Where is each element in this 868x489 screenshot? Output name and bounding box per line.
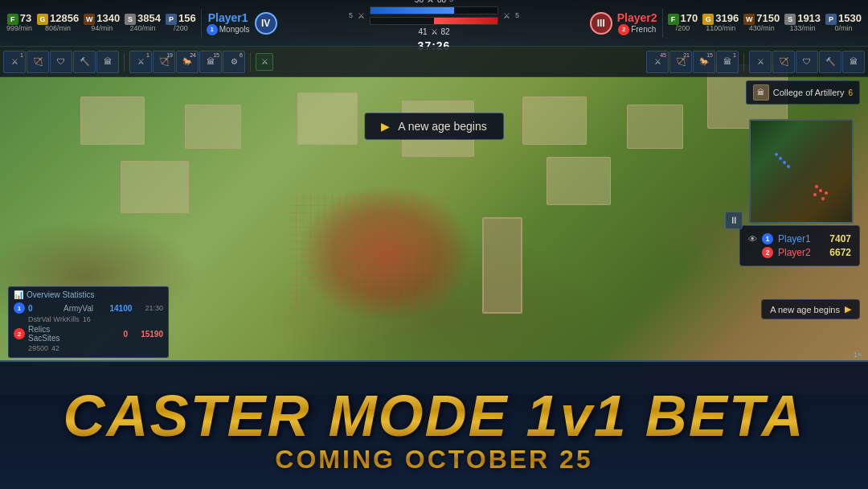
p2-hp-max: 82 <box>441 27 450 36</box>
p2-unit-btn-1[interactable]: ⚔45 <box>646 51 669 73</box>
p1-wood-value: 1340 <box>96 13 120 24</box>
stat-relics-label: RelicsSacSites <box>28 325 92 343</box>
p2-pop-rate: 0/min <box>835 25 853 33</box>
p1-hp-max: 88 <box>437 0 446 4</box>
minimap-p2-dot-3 <box>813 193 817 196</box>
p2-pop-group: P 1530 0/min <box>825 13 862 32</box>
building-2 <box>185 105 241 149</box>
score-p2-name: Player2 <box>778 247 825 258</box>
p1-special-btn[interactable]: ⚔ <box>256 53 273 71</box>
player2-hud: III Player2 2 French F 170 /200 G 3196 1… <box>583 0 868 46</box>
center-hud: 5 ⚔ 58 ⚔ 88 5 41 ⚔ 82 <box>349 0 519 47</box>
p2-action-btn-4[interactable]: 🔨 <box>819 51 841 73</box>
p1-action-btn-4[interactable]: 🔨 <box>73 51 96 73</box>
p2-civ-badge: 2 <box>618 24 629 35</box>
p2-stone-rate: 133/min <box>790 25 816 33</box>
p2-action-btn-2[interactable]: 🏹 <box>772 51 795 73</box>
p1-action-btn-2[interactable]: 🏹 <box>27 51 49 73</box>
p2-action-btn-3[interactable]: 🛡 <box>796 51 818 73</box>
p1-wood-rate: 94/min <box>91 25 113 33</box>
action-sep-1 <box>124 52 125 72</box>
stat-armyval-sub2: 16 <box>83 315 91 323</box>
notification-arrow-icon: ▶ <box>381 120 390 133</box>
troop-area <box>257 177 498 354</box>
p1-unit-btn-4[interactable]: 🏛15 <box>199 51 222 73</box>
eye-icon: 👁 <box>748 234 757 244</box>
p2-hp-num: 41 <box>418 27 427 36</box>
p2-food-rate: /200 <box>676 25 690 33</box>
p2-stone-group: S 1913 133/min <box>784 13 821 32</box>
building-name: College of Artillery <box>773 88 845 97</box>
p1-hp-bar <box>370 6 498 14</box>
p2-gold-group: G 3196 1100/min <box>702 13 739 32</box>
minimap-p1-dot-2 <box>779 157 782 160</box>
p2-food-value: 170 <box>681 13 698 24</box>
building-8 <box>121 161 189 213</box>
score-panel: 👁 1 Player1 7407 👁 2 Player2 6672 <box>739 225 860 266</box>
p2-identity: Player2 2 French <box>617 11 657 35</box>
age-notification-banner: ▶ A new age begins <box>364 113 504 140</box>
p2-wood-icon: W <box>743 14 755 25</box>
p1-hp-num: 58 <box>415 0 424 4</box>
p1-pop-group: P 156 /200 <box>166 13 196 32</box>
p2-pop-value: 1530 <box>838 13 862 24</box>
p1-unit-btn-2[interactable]: 🏹19 <box>153 51 175 73</box>
p1-pop-value: 156 <box>178 13 196 24</box>
overview-title: 📊 Overview Statistics <box>14 290 163 299</box>
p2-pop-icon: P <box>825 14 837 25</box>
p1-identity: Player1 1 Mongols <box>207 11 250 35</box>
p1-age-badge: IV <box>255 12 277 35</box>
hp-bars-row: 5 ⚔ 58 ⚔ 88 5 41 ⚔ 82 <box>349 0 519 36</box>
caster-title: CASTER MODE 1v1 BETA <box>0 387 868 445</box>
p1-stone-rate: 240/min <box>130 25 156 33</box>
stat-row-2b: 29500 42 <box>14 344 163 352</box>
age-notification-text: A new age begins <box>770 305 840 314</box>
p1-action-btn-3[interactable]: 🛡 <box>50 51 72 73</box>
p2-action-btn-1[interactable]: ⚔ <box>749 51 772 73</box>
p2-gold-icon: G <box>702 14 714 25</box>
pause-button[interactable]: ⏸ <box>725 212 743 229</box>
stat-v1-p1: 0 <box>28 304 60 313</box>
minimap-container: ⏸ 1× <box>753 351 862 360</box>
p2-stone-icon: S <box>784 14 796 25</box>
p1-unit-section: ⚔1 🏹19 🐎24 🏛15 ⚙6 <box>129 51 245 73</box>
stat-armyval-sub: 21:30 <box>145 304 163 312</box>
sword-icon-2: ⚔ <box>503 11 510 20</box>
p2-action-btn-5[interactable]: 🏛 <box>842 51 865 73</box>
p1-action-btn-5[interactable]: 🏛 <box>96 51 119 73</box>
minimap[interactable] <box>749 119 854 224</box>
p2-unit-btn-2[interactable]: 🏹21 <box>669 51 692 73</box>
p2-food-group: F 170 /200 <box>668 13 698 32</box>
p1-unit-btn-1[interactable]: ⚔1 <box>129 51 152 73</box>
building-count: 6 <box>848 88 853 97</box>
p2-unit-btn-4[interactable]: 🏛1 <box>716 51 739 73</box>
overview-stats: 📊 Overview Statistics 1 0 ArmyVal 14100 … <box>8 286 169 358</box>
building-3 <box>297 92 358 145</box>
p1-unit-btn-3[interactable]: 🐎24 <box>176 51 199 73</box>
building-icon: 🏛 <box>753 84 769 101</box>
p1-hp-fill <box>371 7 454 14</box>
p1-units-small-1: 5 <box>349 11 353 19</box>
caster-subtitle: COMING OCTOBER 25 <box>0 445 868 475</box>
minimap-p2-dot-5 <box>825 191 828 195</box>
p2-unit-btn-3[interactable]: 🐎15 <box>693 51 715 73</box>
p2-age-badge: III <box>590 12 612 35</box>
age-notification-right: A new age begins ▶ <box>761 299 860 319</box>
building-notification: 🏛 College of Artillery 6 <box>746 80 860 105</box>
p1-unit-btn-5[interactable]: ⚙6 <box>223 51 245 73</box>
building-1 <box>80 97 145 145</box>
p2-gold-rate: 1100/min <box>706 25 735 33</box>
minimap-p2-dot-2 <box>819 189 822 192</box>
p2-hp-bar <box>370 17 498 25</box>
p1-action-btn-1[interactable]: ⚔1 <box>3 51 26 73</box>
p2-number-badge: 2 <box>762 247 773 258</box>
score-p1-name: Player1 <box>778 233 825 244</box>
divider-1 <box>201 9 202 38</box>
stat-dstr-label: DstrVal WrkKills <box>28 315 80 323</box>
p1-gold-value: 12856 <box>50 13 79 24</box>
p1-civ-badge: 1 <box>207 24 218 35</box>
p1-pop-icon: P <box>166 14 177 25</box>
p1-gold-icon: G <box>37 14 48 25</box>
p2-stat-badge: 2 <box>14 328 25 339</box>
stat-row-2: 2 RelicsSacSites 0 15190 <box>14 325 163 343</box>
